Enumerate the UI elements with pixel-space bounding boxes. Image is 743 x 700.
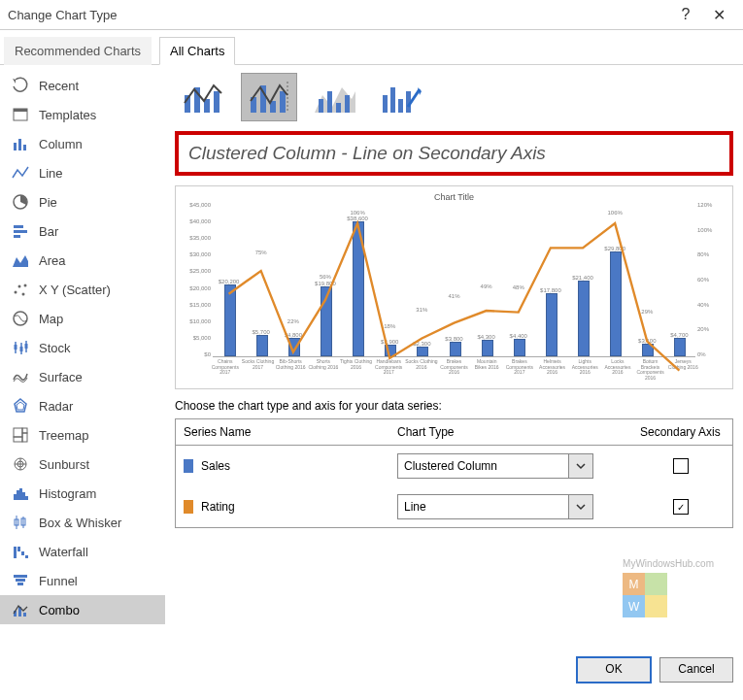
rating-line — [213, 202, 695, 385]
plot-area: $20,200$5,70075%$4,80022%$19,80056%$38,6… — [213, 202, 695, 357]
sidebar-item-label: Area — [39, 253, 65, 268]
subtype-title-box: Clustered Column - Line on Secondary Axi… — [175, 131, 733, 176]
tab-all-charts[interactable]: All Charts — [159, 37, 235, 65]
sidebar-item-label: Radar — [39, 399, 73, 414]
ok-button[interactable]: OK — [576, 656, 652, 683]
svg-rect-1 — [14, 109, 27, 112]
sunburst-icon — [12, 455, 29, 473]
sidebar-item-map[interactable]: Map — [0, 304, 165, 333]
svg-rect-20 — [25, 344, 28, 349]
svg-rect-60 — [319, 99, 323, 113]
combo-subtype-3[interactable] — [307, 73, 363, 121]
cancel-button[interactable]: Cancel — [659, 657, 733, 683]
combo-subtype-1[interactable] — [175, 73, 231, 121]
series-header-type: Chart Type — [389, 419, 632, 445]
svg-rect-16 — [15, 345, 17, 350]
svg-point-10 — [15, 291, 17, 294]
svg-rect-7 — [14, 230, 27, 233]
svg-rect-3 — [18, 139, 21, 150]
sidebar-item-radar[interactable]: Radar — [0, 391, 165, 420]
secondary-y-axis: 120%100%80%60%40%20%0% — [695, 202, 726, 357]
treemap-icon — [12, 426, 29, 444]
svg-rect-63 — [345, 95, 350, 113]
svg-rect-18 — [20, 347, 23, 351]
sidebar-item-column[interactable]: Column — [0, 129, 165, 158]
sidebar-item-label: Map — [39, 312, 63, 326]
svg-rect-53 — [214, 91, 220, 113]
svg-rect-34 — [22, 492, 25, 500]
sidebar-item-sunburst[interactable]: Sunburst — [0, 450, 165, 479]
sidebar-item-label: Histogram — [39, 486, 96, 501]
dropdown-value: Line — [398, 500, 568, 514]
line-icon — [12, 164, 29, 182]
sidebar-item-bar[interactable]: Bar — [0, 217, 165, 246]
svg-point-12 — [22, 293, 25, 296]
svg-rect-33 — [19, 488, 22, 500]
series-config-label: Choose the chart type and axis for your … — [175, 399, 733, 413]
secondary-axis-checkbox[interactable]: ✓ — [673, 499, 689, 515]
sidebar-item-area[interactable]: Area — [0, 246, 165, 275]
secondary-axis-checkbox[interactable] — [673, 458, 689, 474]
series-chart-type-dropdown[interactable]: Line — [397, 494, 593, 519]
svg-point-11 — [18, 285, 21, 288]
subtype-title: Clustered Column - Line on Secondary Axi… — [188, 143, 720, 164]
svg-rect-64 — [383, 95, 388, 113]
close-button[interactable]: ✕ — [702, 6, 735, 24]
histogram-icon — [12, 484, 29, 502]
sidebar-item-surface[interactable]: Surface — [0, 362, 165, 391]
svg-marker-22 — [17, 402, 24, 410]
series-chart-type-dropdown[interactable]: Clustered Column — [397, 453, 593, 479]
pie-icon — [12, 193, 29, 211]
sidebar-item-combo[interactable]: Combo — [0, 595, 165, 624]
sidebar-item-histogram[interactable]: Histogram — [0, 479, 165, 508]
combo-subtype-2[interactable] — [241, 73, 297, 121]
sidebar-item-label: Treemap — [39, 428, 89, 443]
svg-rect-44 — [14, 575, 27, 578]
sidebar-item-x-y-scatter-[interactable]: X Y (Scatter) — [0, 275, 165, 304]
scatter-icon — [12, 281, 29, 298]
svg-rect-35 — [25, 496, 28, 500]
svg-rect-40 — [14, 547, 17, 558]
sidebar-item-funnel[interactable]: Funnel — [0, 566, 165, 595]
watermark: MyWindowsHub.com MW — [623, 558, 714, 614]
templates-icon — [12, 106, 29, 123]
svg-rect-4 — [23, 145, 26, 150]
sidebar-item-templates[interactable]: Templates — [0, 100, 165, 129]
sidebar-item-label: Recent — [39, 79, 79, 93]
svg-marker-9 — [13, 255, 28, 267]
stock-icon — [12, 339, 29, 356]
help-button[interactable]: ? — [669, 6, 702, 23]
chart-title: Chart Title — [182, 192, 726, 202]
sidebar-item-box-whisker[interactable]: Box & Whisker — [0, 508, 165, 537]
dialog-footer: OK Cancel — [0, 652, 743, 687]
combo-subtype-custom[interactable] — [373, 73, 429, 121]
tab-recommended-charts[interactable]: Recommended Charts — [4, 37, 152, 65]
svg-rect-32 — [17, 490, 19, 500]
sidebar-item-recent[interactable]: Recent — [0, 71, 165, 100]
chart-category-list: RecentTemplatesColumnLinePieBarAreaX Y (… — [0, 65, 165, 652]
sidebar-item-label: Waterfall — [39, 545, 88, 559]
sidebar-item-label: Stock — [39, 341, 71, 355]
sidebar-item-label: Surface — [39, 370, 83, 384]
sidebar-item-line[interactable]: Line — [0, 158, 165, 187]
sidebar-item-treemap[interactable]: Treemap — [0, 420, 165, 450]
combo-icon — [12, 601, 29, 618]
svg-rect-46 — [17, 583, 23, 585]
dropdown-value: Clustered Column — [398, 459, 568, 473]
sidebar-item-waterfall[interactable]: Waterfall — [0, 537, 165, 566]
series-row: Rating Line ✓ — [176, 486, 732, 527]
column-icon — [12, 135, 29, 152]
tab-strip: Recommended Charts All Charts — [0, 30, 743, 65]
sidebar-item-label: Sunburst — [39, 457, 89, 472]
chart-preview: Chart Title $45,000$40,000$35,000$30,000… — [175, 185, 733, 389]
sidebar-item-stock[interactable]: Stock — [0, 333, 165, 362]
svg-rect-23 — [14, 428, 22, 437]
waterfall-icon — [12, 543, 29, 560]
sidebar-item-pie[interactable]: Pie — [0, 187, 165, 217]
sidebar-item-label: Templates — [39, 108, 96, 122]
svg-rect-58 — [280, 91, 286, 113]
bar-icon — [12, 222, 29, 240]
svg-rect-62 — [336, 103, 341, 113]
svg-rect-26 — [14, 437, 22, 442]
svg-rect-25 — [22, 433, 27, 442]
